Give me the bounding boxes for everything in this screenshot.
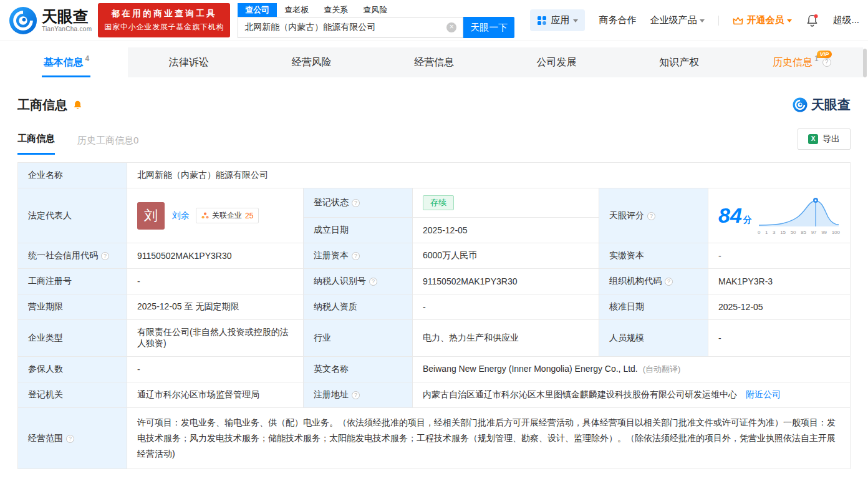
legal-rep-avatar[interactable]: 刘 bbox=[137, 202, 165, 230]
taxpayer-id-label: 纳税人识别号? bbox=[304, 269, 413, 294]
help-icon[interactable]: ? bbox=[352, 199, 360, 207]
related-count: 25 bbox=[245, 211, 253, 220]
paid-capital-label: 实缴资本 bbox=[599, 243, 708, 269]
row-reg-number: 工商注册号 - 纳税人识别号? 91150502MAK1PY3R30 组织机构代… bbox=[18, 269, 851, 294]
export-button[interactable]: X 导出 bbox=[798, 129, 851, 150]
search-input[interactable] bbox=[244, 22, 446, 32]
crown-icon bbox=[733, 16, 743, 25]
reg-number-label: 工商注册号 bbox=[18, 269, 127, 294]
bell-icon bbox=[72, 100, 83, 110]
reg-address-label: 注册地址? bbox=[304, 382, 413, 408]
reg-address-value: 内蒙古自治区通辽市科尔沁区木里图镇金麒麟建设科技股份有限公司研发运维中心附近公司 bbox=[413, 382, 851, 408]
staff-size-value: - bbox=[708, 320, 851, 357]
company-name-label: 企业名称 bbox=[18, 163, 127, 188]
tab-basic-info[interactable]: 基本信息4 bbox=[5, 47, 128, 77]
help-icon[interactable]: ? bbox=[66, 435, 74, 443]
legal-rep-value: 刘 刘余 关联企业 25 bbox=[127, 188, 304, 243]
subtabs: 工商信息 历史工商信息0 X 导出 bbox=[17, 129, 851, 155]
excel-icon: X bbox=[808, 134, 818, 144]
help-icon[interactable]: ? bbox=[369, 278, 377, 286]
chart-tick: 0 bbox=[758, 230, 760, 235]
tab-count: 1 bbox=[814, 54, 819, 63]
reg-number-value: - bbox=[127, 269, 304, 294]
chart-tick: 15 bbox=[780, 230, 786, 235]
auto-translate-note: (自动翻译) bbox=[643, 364, 681, 374]
vip-badge: VIP bbox=[817, 51, 832, 58]
nearby-companies-link[interactable]: 附近公司 bbox=[746, 389, 781, 399]
section-title: 工商信息 bbox=[17, 97, 67, 114]
establish-date-value: 2025-12-05 bbox=[413, 218, 599, 243]
help-icon[interactable]: ? bbox=[352, 391, 360, 399]
search-box: × bbox=[238, 17, 463, 38]
chart-tick: 3 bbox=[773, 230, 775, 235]
english-name-value: Beiwang New Energy (Inner Mongolia) Ener… bbox=[413, 357, 851, 382]
tab-label: 经营信息 bbox=[414, 56, 454, 69]
staff-size-label: 人员规模 bbox=[599, 320, 708, 357]
paid-capital-value: - bbox=[708, 243, 851, 269]
nav-enterprise[interactable]: 企业级产品 bbox=[650, 14, 705, 26]
tianyancha-logo-icon bbox=[9, 6, 37, 35]
row-business-scope: 经营范围? 许可项目：发电业务、输电业务、供（配）电业务。（依法须经批准的项目，… bbox=[18, 408, 851, 469]
score-value: 84分 0 bbox=[708, 188, 851, 243]
business-scope-label: 经营范围? bbox=[18, 408, 127, 469]
related-companies-badge[interactable]: 关联企业 25 bbox=[196, 208, 259, 223]
promo-banner: 都在用的商业查询工具 国家中小企业发展子基金旗下机构 bbox=[98, 3, 230, 37]
search-button[interactable]: 天眼一下 bbox=[463, 17, 514, 38]
logo-subtitle: TianYanCha.com bbox=[42, 26, 92, 32]
tab-label: 历史信息 bbox=[773, 56, 813, 69]
credit-code-value: 91150502MAK1PY3R30 bbox=[127, 243, 304, 269]
brand-watermark: 天眼查 bbox=[793, 96, 851, 114]
apps-button[interactable]: 应用 bbox=[530, 9, 585, 31]
nav-open-vip[interactable]: 开通会员 bbox=[733, 14, 792, 26]
notification-bell[interactable] bbox=[806, 14, 819, 27]
industry-label: 行业 bbox=[304, 320, 413, 357]
scrollbar-thumb[interactable] bbox=[863, 49, 867, 77]
legal-rep-name-link[interactable]: 刘余 bbox=[172, 210, 190, 221]
tab-history[interactable]: VIP 历史信息1 ? bbox=[740, 47, 863, 77]
industry-value: 电力、热力生产和供应业 bbox=[413, 320, 599, 357]
related-companies-icon bbox=[201, 212, 209, 220]
export-label: 导出 bbox=[822, 134, 840, 145]
chevron-down-icon bbox=[787, 19, 792, 25]
reg-authority-label: 登记机关 bbox=[18, 382, 127, 408]
related-label: 关联企业 bbox=[212, 210, 242, 221]
nav-super-vip[interactable]: 超级... bbox=[832, 14, 859, 26]
divider bbox=[718, 16, 719, 26]
clear-icon[interactable]: × bbox=[446, 22, 456, 32]
reg-status-label: 登记状态? bbox=[304, 188, 413, 218]
tab-legal[interactable]: 法律诉讼 bbox=[128, 47, 251, 77]
insured-count-label: 参保人数 bbox=[18, 357, 127, 382]
chart-axis-ticks: 0 1 3 15 50 85 97 99 100 bbox=[758, 230, 840, 235]
tab-ip[interactable]: 知识产权 bbox=[618, 47, 741, 77]
subscribe-bell-icon[interactable] bbox=[72, 100, 83, 110]
logo-text: 天眼查 TianYanCha.com bbox=[42, 8, 92, 32]
search-tab-risk[interactable]: 查风险 bbox=[355, 3, 395, 17]
score-number: 84分 bbox=[718, 203, 752, 228]
section-head: 工商信息 天眼查 bbox=[17, 96, 851, 114]
taxpayer-qualification-value: - bbox=[413, 294, 599, 320]
promo-line2: 国家中小企业发展子基金旗下机构 bbox=[104, 22, 224, 32]
tab-development[interactable]: 公司发展 bbox=[495, 47, 618, 77]
subtab-history-info[interactable]: 历史工商信息0 bbox=[77, 135, 138, 155]
search-row: × 天眼一下 bbox=[238, 17, 514, 38]
bell-icon bbox=[806, 14, 819, 27]
search-area: 查公司 查老板 查关系 查风险 × 天眼一下 bbox=[238, 2, 514, 38]
help-icon[interactable]: ? bbox=[647, 212, 655, 220]
search-tab-relation[interactable]: 查关系 bbox=[316, 3, 355, 17]
business-info-table: 企业名称 北网新能（内蒙古）能源有限公司 法定代表人 刘 刘余 bbox=[17, 162, 851, 469]
row-credit-code: 统一社会信用代码? 91150502MAK1PY3R30 注册资本? 6000万… bbox=[18, 243, 851, 269]
site-logo[interactable]: 天眼查 TianYanCha.com bbox=[9, 6, 92, 35]
help-icon[interactable]: ? bbox=[665, 278, 673, 286]
tab-operation[interactable]: 经营信息 bbox=[373, 47, 496, 77]
search-tab-boss[interactable]: 查老板 bbox=[277, 3, 316, 17]
help-icon[interactable]: ? bbox=[101, 252, 109, 260]
search-tab-company[interactable]: 查公司 bbox=[238, 3, 277, 17]
subtab-business-info[interactable]: 工商信息 bbox=[17, 133, 55, 155]
business-scope-value: 许可项目：发电业务、输电业务、供（配）电业务。（依法须经批准的项目，经相关部门批… bbox=[127, 408, 851, 469]
score-label: 天眼评分? bbox=[599, 188, 708, 243]
help-icon[interactable]: ? bbox=[352, 252, 360, 260]
chart-tick: 100 bbox=[832, 230, 840, 235]
nav-cooperation[interactable]: 商务合作 bbox=[599, 14, 636, 26]
help-icon[interactable]: ? bbox=[822, 58, 831, 67]
tab-risk[interactable]: 经营风险 bbox=[250, 47, 373, 77]
